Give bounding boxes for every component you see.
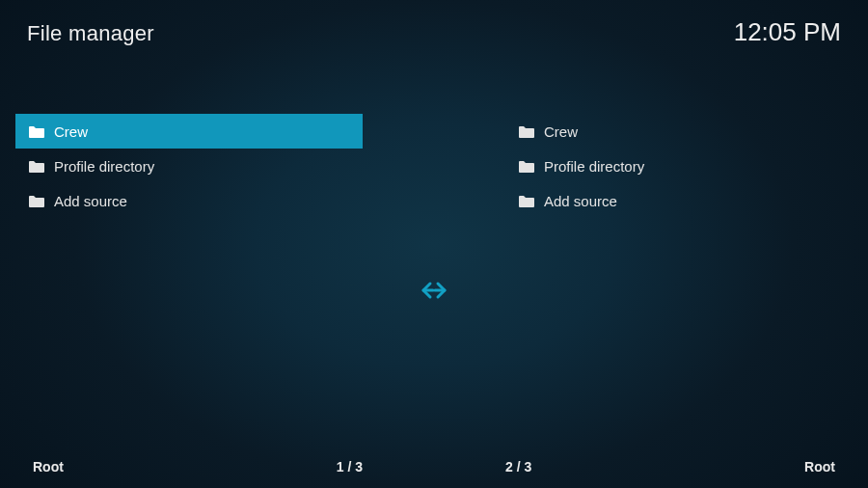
clock: 12:05 PM [734,17,841,47]
list-item[interactable]: Crew [505,114,853,149]
page-title: File manager [27,21,154,46]
right-path: Root [804,459,835,474]
list-item-label: Profile directory [54,158,154,175]
left-footer: Root 1 / 3 [33,459,363,474]
folder-icon [29,195,44,207]
panels: Crew Profile directory Add source [15,114,853,453]
list-item-label: Crew [54,123,88,140]
file-manager-screen: File manager 12:05 PM Crew Profile direc… [0,0,868,488]
list-item[interactable]: Profile directory [505,149,853,183]
divider [363,114,505,453]
list-item[interactable]: Add source [505,183,853,218]
folder-icon [519,195,534,207]
list-item[interactable]: Crew [15,114,363,149]
left-panel: Crew Profile directory Add source [15,114,363,453]
header-bar: File manager 12:05 PM [27,17,841,47]
list-item-label: Crew [544,123,578,140]
list-item-label: Add source [544,193,617,209]
list-item-label: Add source [54,193,127,209]
transfer-arrows-icon [417,279,451,302]
folder-icon [29,160,44,173]
right-footer: 2 / 3 Root [505,459,835,474]
right-position: 2 / 3 [505,459,531,474]
list-item[interactable]: Add source [15,183,363,218]
left-path: Root [33,459,64,474]
folder-icon [519,160,534,173]
footer-gap [363,459,505,474]
list-item[interactable]: Profile directory [15,149,363,183]
footer-bar: Root 1 / 3 2 / 3 Root [33,459,835,474]
list-item-label: Profile directory [544,158,644,175]
folder-icon [29,125,44,138]
folder-icon [519,125,534,138]
right-panel: Crew Profile directory Add source [505,114,853,453]
left-position: 1 / 3 [337,459,363,474]
